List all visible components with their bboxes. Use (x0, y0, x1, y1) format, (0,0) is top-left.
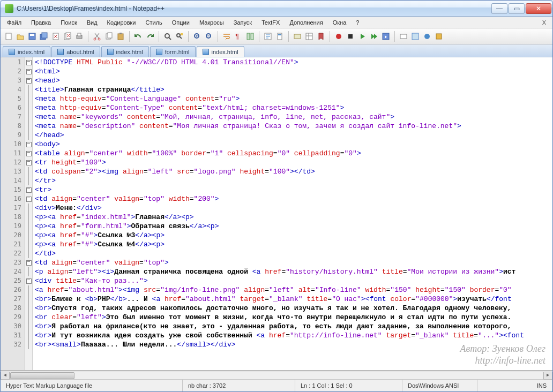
show-all-chars-icon[interactable]: ¶ (234, 32, 243, 41)
maximize-button[interactable]: ▭ (509, 3, 525, 14)
play-multi-icon[interactable] (369, 32, 379, 41)
menu-search[interactable]: Поиск (56, 18, 81, 27)
tab-label: about.html (66, 49, 94, 55)
toolbar-separator (394, 31, 395, 42)
print-icon[interactable] (74, 32, 84, 41)
tab-label: index.html (18, 49, 44, 55)
toolbar-separator (129, 31, 130, 42)
toolbar-separator (259, 31, 259, 42)
copy-icon[interactable] (104, 32, 114, 41)
scroll-track[interactable] (10, 372, 543, 380)
file-icon (203, 49, 209, 55)
svg-rect-15 (119, 33, 122, 34)
file-tab[interactable]: form.html (150, 46, 196, 57)
toolbar-separator (330, 31, 330, 42)
svg-point-34 (424, 34, 430, 39)
toolbar-separator (218, 31, 218, 42)
svg-rect-14 (118, 34, 123, 40)
titlebar[interactable]: C:\Users\1\Desktop\Frames\index.html - N… (1, 1, 552, 17)
close-file-icon[interactable] (51, 32, 61, 41)
file-icon (156, 49, 162, 55)
toolbar-separator (188, 31, 189, 42)
indent-guide-icon[interactable] (245, 32, 255, 41)
scroll-left-button[interactable]: ◄ (1, 372, 10, 380)
undo-icon[interactable] (133, 32, 143, 41)
toolbar-icon[interactable] (316, 32, 326, 41)
save-all-icon[interactable] (39, 32, 49, 41)
svg-rect-0 (6, 33, 11, 40)
toolbar-separator (159, 31, 159, 42)
save-icon[interactable] (27, 32, 37, 41)
menu-windows[interactable]: Окна (328, 18, 351, 27)
svg-rect-33 (412, 33, 419, 40)
horizontal-scrollbar[interactable]: ◄ ► (1, 371, 552, 380)
wordwrap-icon[interactable] (222, 32, 231, 41)
svg-point-29 (336, 34, 341, 39)
window-controls: — ▭ ✕ (491, 3, 551, 14)
redo-icon[interactable] (145, 32, 155, 41)
zoom-in-icon[interactable] (192, 32, 202, 41)
svg-rect-25 (278, 33, 282, 40)
toolbar-icon[interactable] (422, 32, 432, 41)
menu-macros[interactable]: Макросы (195, 18, 228, 27)
close-all-icon[interactable] (63, 32, 72, 41)
doc-map-icon[interactable] (275, 32, 285, 41)
svg-rect-2 (30, 34, 34, 36)
file-tab[interactable]: index.html (101, 46, 149, 57)
open-file-icon[interactable] (16, 32, 25, 41)
zoom-out-icon[interactable] (204, 32, 214, 41)
function-list-icon[interactable] (263, 32, 273, 41)
toolbar-icon[interactable] (434, 32, 444, 41)
mdi-close-icon[interactable]: X (538, 19, 550, 26)
editor[interactable]: 1234567891011121314151617181920212223242… (1, 57, 552, 371)
replace-icon[interactable] (175, 32, 184, 41)
svg-point-17 (177, 34, 180, 37)
tab-label: index.html (212, 49, 238, 55)
menu-language[interactable]: Стиль (141, 18, 167, 27)
file-tab[interactable]: index.html (3, 46, 50, 57)
document-tabs: index.html about.html index.html form.ht… (1, 44, 552, 57)
menu-plugins[interactable]: Дополнения (285, 18, 327, 27)
scroll-thumb[interactable] (10, 372, 74, 379)
toolbar-separator (88, 31, 88, 42)
file-icon (107, 49, 114, 55)
menu-textfx[interactable]: TextFX (257, 18, 284, 27)
code-content[interactable]: <!DOCTYPE HTML Public "-//W3C//DTD HTML … (33, 57, 552, 370)
svg-text:¶: ¶ (235, 33, 239, 41)
close-button[interactable]: ✕ (526, 3, 551, 14)
status-charcount: nb char : 3702 (183, 380, 295, 391)
file-tab[interactable]: about.html (51, 46, 100, 57)
find-icon[interactable] (163, 32, 173, 41)
toolbar-icon[interactable] (399, 32, 408, 41)
window-title: C:\Users\1\Desktop\Frames\index.html - N… (17, 5, 165, 12)
menu-view[interactable]: Вид (83, 18, 102, 27)
save-macro-icon[interactable] (381, 32, 391, 41)
menu-help[interactable]: ? (352, 18, 363, 27)
record-macro-icon[interactable] (334, 32, 343, 41)
svg-rect-22 (247, 33, 250, 40)
menu-encoding[interactable]: Кодировки (103, 18, 140, 27)
paste-icon[interactable] (116, 32, 125, 41)
menu-options[interactable]: Опции (168, 18, 194, 27)
toolbar-icon[interactable] (293, 32, 302, 41)
file-tab-active[interactable]: index.html (197, 46, 244, 57)
status-mode[interactable]: INS (477, 380, 552, 391)
menu-run[interactable]: Запуск (229, 18, 256, 27)
svg-rect-23 (251, 33, 253, 40)
svg-rect-4 (42, 33, 47, 38)
menu-file[interactable]: Файл (3, 18, 26, 27)
toolbar: ¶ (1, 28, 552, 44)
file-icon (57, 49, 64, 55)
cut-icon[interactable] (92, 32, 102, 41)
minimize-button[interactable]: — (491, 3, 507, 14)
scroll-right-button[interactable]: ► (543, 372, 552, 380)
new-file-icon[interactable] (4, 32, 13, 41)
app-icon (5, 4, 13, 13)
toolbar-icon[interactable] (410, 32, 420, 41)
menu-edit[interactable]: Правка (27, 18, 55, 27)
stop-macro-icon[interactable] (346, 32, 355, 41)
play-macro-icon[interactable] (357, 32, 367, 41)
fold-column[interactable] (25, 57, 33, 370)
toolbar-icon[interactable] (304, 32, 314, 41)
status-filetype: Hyper Text Markup Language file (1, 380, 183, 391)
